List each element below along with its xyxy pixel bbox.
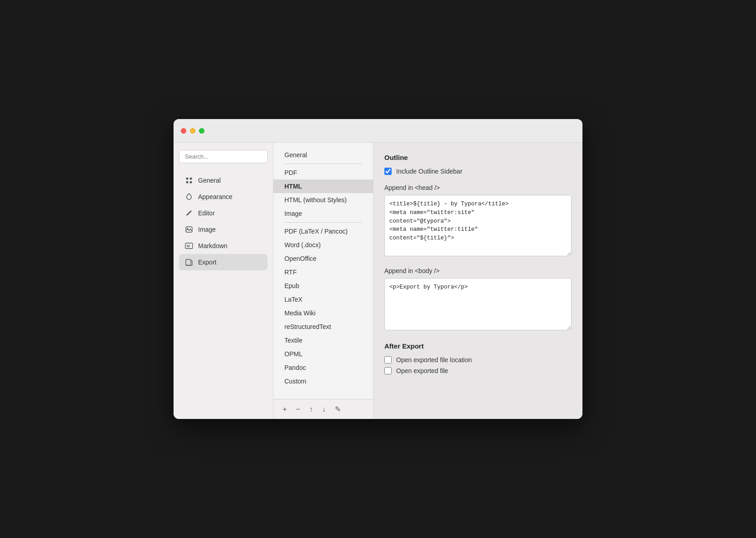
format-list-separator — [284, 164, 362, 164]
export-format-rtf[interactable]: RTF — [274, 265, 373, 279]
format-toolbar: + − ↑ ↓ ✎ — [274, 399, 373, 419]
export-format-word[interactable]: Word (.docx) — [274, 238, 373, 252]
svg-point-1 — [190, 178, 192, 180]
middle-panel: GeneralPDFHTMLHTML (without Styles)Image… — [274, 143, 373, 419]
export-format-pdf[interactable]: PDF — [274, 166, 373, 179]
after-export-section: After Export Open exported file location… — [384, 342, 572, 374]
sidebar-item-appearance[interactable]: Appearance — [179, 189, 268, 205]
include-outline-sidebar-checkbox[interactable] — [384, 168, 392, 175]
export-format-html-no-styles[interactable]: HTML (without Styles) — [274, 193, 373, 207]
export-format-opml[interactable]: OPML — [274, 347, 373, 361]
sidebar-item-export[interactable]: Export — [179, 254, 268, 270]
outline-section-title: Outline — [384, 154, 572, 161]
sidebar-item-label-general: General — [198, 177, 221, 184]
title-bar — [174, 119, 582, 143]
export-format-image[interactable]: Image — [274, 207, 373, 220]
append-head-textarea[interactable]: <title>${title} – by Typora</title> <met… — [384, 195, 572, 256]
sidebar-item-label-appearance: Appearance — [198, 193, 233, 200]
sidebar-item-editor[interactable]: Editor — [179, 205, 268, 221]
sidebar-item-markdown[interactable]: MMarkdown — [179, 238, 268, 254]
traffic-lights — [181, 128, 204, 134]
appearance-icon — [184, 192, 194, 201]
format-list-separator — [284, 222, 362, 223]
sidebar-item-label-editor: Editor — [198, 209, 215, 217]
preferences-window: GeneralAppearanceEditorImageMMarkdownExp… — [174, 119, 582, 419]
svg-point-2 — [186, 181, 189, 184]
export-format-custom[interactable]: Custom — [274, 374, 373, 388]
export-format-restructuredtext[interactable]: reStructuredText — [274, 320, 373, 334]
close-button[interactable] — [181, 128, 186, 134]
export-icon — [184, 258, 194, 267]
open-location-label: Open exported file location — [396, 356, 472, 364]
open-location-checkbox[interactable] — [384, 356, 392, 364]
svg-text:M: M — [187, 244, 190, 248]
remove-format-button[interactable]: − — [294, 404, 302, 414]
append-head-label: Append in <head /> — [384, 184, 572, 191]
after-export-title: After Export — [384, 342, 572, 350]
move-up-button[interactable]: ↑ — [308, 404, 315, 414]
export-format-openoffice[interactable]: OpenOffice — [274, 252, 373, 265]
svg-rect-9 — [186, 259, 191, 265]
open-file-label: Open exported file — [396, 367, 448, 374]
svg-point-3 — [190, 181, 192, 184]
include-sidebar-row: Include Outline Sidebar — [384, 168, 572, 175]
export-format-mediawiki[interactable]: Media Wiki — [274, 306, 373, 320]
search-input[interactable] — [179, 150, 268, 163]
export-format-list: GeneralPDFHTMLHTML (without Styles)Image… — [274, 143, 373, 399]
export-format-textile[interactable]: Textile — [274, 334, 373, 347]
minimize-button[interactable] — [190, 128, 195, 134]
sidebar-item-image[interactable]: Image — [179, 221, 268, 238]
image-icon — [184, 225, 194, 234]
sidebar-item-label-image: Image — [198, 226, 216, 233]
main-content: GeneralAppearanceEditorImageMMarkdownExp… — [174, 143, 582, 419]
sidebar-item-label-export: Export — [198, 259, 216, 266]
export-format-latex[interactable]: LaTeX — [274, 293, 373, 306]
sidebar: GeneralAppearanceEditorImageMMarkdownExp… — [174, 143, 274, 419]
append-body-textarea[interactable]: <p>Export by Typora</p> — [384, 278, 572, 331]
open-file-checkbox[interactable] — [384, 367, 392, 374]
export-format-pdf-latex[interactable]: PDF (LaTeX / Pancoc) — [274, 224, 373, 238]
append-body-label: Append in <body /> — [384, 267, 572, 274]
export-format-html[interactable]: HTML — [274, 179, 373, 193]
include-sidebar-label: Include Outline Sidebar — [396, 168, 463, 175]
export-format-pandoc[interactable]: Pandoc — [274, 361, 373, 374]
open-file-row: Open exported file — [384, 367, 572, 374]
editor-icon — [184, 209, 194, 218]
edit-format-button[interactable]: ✎ — [333, 404, 343, 414]
sidebar-item-label-markdown: Markdown — [198, 242, 228, 249]
sidebar-item-general[interactable]: General — [179, 172, 268, 189]
right-panel: Outline Include Outline Sidebar Append i… — [373, 143, 582, 419]
move-down-button[interactable]: ↓ — [320, 404, 328, 414]
add-format-button[interactable]: + — [281, 404, 288, 414]
markdown-icon: M — [184, 241, 194, 250]
export-format-general[interactable]: General — [274, 148, 373, 162]
open-location-row: Open exported file location — [384, 356, 572, 364]
general-icon — [184, 176, 194, 185]
svg-point-0 — [186, 178, 189, 180]
maximize-button[interactable] — [199, 128, 204, 134]
export-format-epub[interactable]: Epub — [274, 279, 373, 293]
